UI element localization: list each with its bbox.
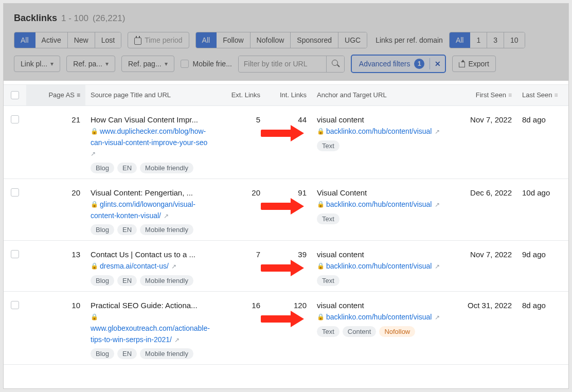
status-new[interactable]: New: [68, 32, 95, 48]
tag-pill: Blog: [91, 224, 114, 235]
row-checkbox[interactable]: [11, 188, 19, 197]
page-as-value: 10: [31, 301, 80, 310]
row-checkbox[interactable]: [11, 250, 19, 258]
lock-icon: 🔒: [317, 313, 325, 320]
int-links-value: 120: [271, 301, 307, 310]
filters-row-2: Link pl... ▾ Ref. pa... ▾ Ref. pag... ▾ …: [14, 55, 558, 73]
ext-links-value: 5: [224, 115, 260, 124]
lock-icon: 🔒: [91, 262, 98, 270]
col-ext-links[interactable]: Ext. Links: [219, 85, 265, 105]
tag-pill: Blog: [91, 348, 114, 359]
export-button[interactable]: Export: [452, 56, 495, 72]
anchor-tags: Text: [317, 213, 445, 224]
source-tags: BlogENMobile friendly: [91, 163, 214, 173]
page-as-value: 21: [31, 115, 80, 124]
close-icon[interactable]: ✕: [430, 58, 441, 69]
source-title: Contact Us | Contact us to a ...: [91, 250, 214, 259]
tag-pill: Blog: [91, 275, 114, 286]
tag-pill: Mobile friendly: [140, 348, 193, 359]
select-all-checkbox[interactable]: [11, 91, 19, 99]
links-per-domain-label: Links per ref. domain: [376, 36, 443, 44]
lpd-1[interactable]: 1: [470, 32, 487, 48]
col-first-seen[interactable]: First Seen≡: [450, 85, 517, 105]
status-filter-group: All Active New Lost: [14, 32, 121, 48]
calendar-icon: [134, 38, 141, 45]
source-url[interactable]: 🔒dresma.ai/contact-us/ ↗: [91, 261, 214, 272]
sort-icon: ≡: [508, 92, 512, 99]
advanced-filters-button[interactable]: Advanced filters 1 ✕: [351, 55, 446, 73]
tag-pill: Text: [317, 213, 339, 224]
last-seen-value: 10d ago: [522, 188, 559, 197]
type-nofollow[interactable]: Nofollow: [251, 32, 291, 48]
source-url[interactable]: 🔒glints.com/id/lowongan/visual-content-k…: [91, 199, 214, 221]
target-url[interactable]: 🔒backlinko.com/hub/content/visual ↗: [317, 312, 445, 323]
anchor-text: visual content: [317, 301, 445, 310]
col-source[interactable]: Source page Title and URL: [85, 85, 219, 105]
col-last-seen[interactable]: Last Seen≡: [517, 85, 568, 105]
status-all[interactable]: All: [14, 32, 35, 48]
search-button[interactable]: [326, 56, 344, 72]
anchor-text: visual content: [317, 115, 445, 124]
ref-page-dropdown-1[interactable]: Ref. pa... ▾: [66, 56, 115, 72]
tag-pill: Mobile friendly: [140, 163, 193, 173]
time-period-button[interactable]: Time period: [128, 32, 189, 48]
page-total: (26,221): [93, 13, 125, 24]
chevron-down-icon: ▾: [105, 60, 109, 67]
lock-icon: 🔒: [317, 201, 325, 208]
status-lost[interactable]: Lost: [95, 32, 121, 48]
lpd-all[interactable]: All: [450, 32, 471, 48]
search-input[interactable]: [239, 56, 326, 72]
external-link-icon: ↗: [433, 201, 439, 208]
row-checkbox[interactable]: [11, 301, 19, 309]
type-ugc[interactable]: UGC: [338, 32, 367, 48]
row-checkbox[interactable]: [11, 115, 19, 123]
anchor-text: visual content: [317, 250, 445, 259]
external-link-icon: ↗: [433, 314, 439, 321]
source-tags: BlogENMobile friendly: [91, 224, 214, 235]
source-title: How Can Visual Content Impr...: [91, 115, 214, 124]
anchor-tags: Text: [317, 140, 445, 151]
links-per-domain-group: All 1 3 10: [449, 32, 525, 48]
source-url[interactable]: 🔒www.duplichecker.com/blog/how-can-visua…: [91, 126, 214, 159]
checkbox-icon: [181, 60, 189, 68]
col-page-as[interactable]: Page AS≡: [26, 85, 85, 105]
target-url[interactable]: 🔒backlinko.com/hub/content/visual ↗: [317, 261, 445, 272]
anchor-tags: TextContentNofollow: [317, 326, 445, 337]
source-title: Visual Content: Pengertian, ...: [91, 188, 214, 197]
int-links-value: 91: [271, 188, 307, 197]
lpd-10[interactable]: 10: [504, 32, 525, 48]
tag-pill: EN: [117, 163, 137, 173]
ref-page-dropdown-2[interactable]: Ref. pag... ▾: [121, 56, 174, 72]
type-follow[interactable]: Follow: [217, 32, 250, 48]
type-sponsored[interactable]: Sponsored: [291, 32, 338, 48]
advanced-filters-count: 1: [414, 59, 424, 69]
source-url[interactable]: 🔒www.globexoutreach.com/actionable-tips-…: [91, 312, 214, 345]
tag-pill: EN: [117, 275, 137, 286]
lpd-3[interactable]: 3: [487, 32, 504, 48]
target-url[interactable]: 🔒backlinko.com/hub/content/visual ↗: [317, 126, 445, 137]
tag-pill: Text: [317, 275, 339, 286]
anchor-text: Visual Content: [317, 188, 445, 197]
sort-icon: ≡: [77, 92, 80, 99]
first-seen-value: Nov 7, 2022: [455, 250, 512, 259]
status-active[interactable]: Active: [35, 32, 68, 48]
page-range: 1 - 100: [61, 13, 88, 24]
table-row: 20Visual Content: Pengertian, ...🔒glints…: [4, 179, 568, 241]
ext-links-value: 16: [224, 301, 260, 310]
col-anchor[interactable]: Anchor and Target URL: [312, 85, 450, 105]
anchor-tags: Text: [317, 275, 445, 286]
type-all[interactable]: All: [196, 32, 217, 48]
tag-pill: Mobile friendly: [140, 275, 193, 286]
source-title: Practical SEO Guide: Actiona...: [91, 301, 214, 310]
tag-pill: Mobile friendly: [140, 224, 193, 235]
link-placement-dropdown[interactable]: Link pl... ▾: [14, 56, 60, 72]
col-int-links[interactable]: Int. Links: [265, 85, 312, 105]
tag-pill: Blog: [91, 163, 114, 173]
lock-icon: 🔒: [317, 262, 325, 270]
page-title: Backlinks: [14, 13, 57, 24]
mobile-friendly-toggle[interactable]: Mobile frie...: [181, 60, 232, 68]
first-seen-value: Nov 7, 2022: [455, 115, 512, 124]
external-link-icon: ↗: [162, 212, 169, 220]
target-url[interactable]: 🔒backlinko.com/hub/content/visual ↗: [317, 199, 445, 210]
last-seen-value: 8d ago: [522, 301, 559, 310]
